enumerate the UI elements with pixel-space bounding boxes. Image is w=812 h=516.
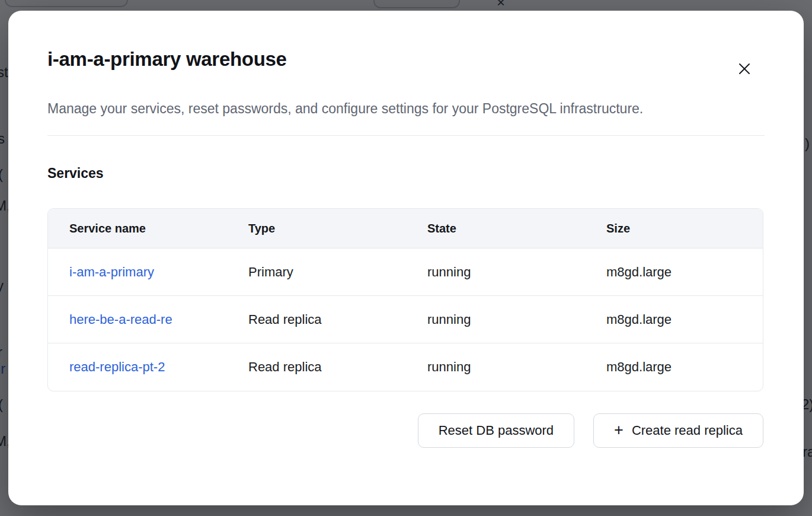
create-read-replica-button[interactable]: + Create read replica [593,413,763,448]
close-icon [737,62,752,76]
column-header-state: State [406,222,585,235]
service-size-cell: m8gd.large [585,312,763,327]
table-row: i-am-a-primary Primary running m8gd.larg… [48,249,763,296]
create-read-replica-label: Create read replica [632,423,743,438]
service-state-cell: running [406,312,585,327]
service-type-cell: Read replica [227,312,406,327]
service-name-cell: i-am-a-primary [48,265,227,280]
column-header-type: Type [227,222,406,235]
service-name-link[interactable]: here-be-a-read-re [69,312,172,327]
close-button[interactable] [731,56,757,82]
divider [47,135,765,136]
warehouse-dialog: i-am-a-primary warehouse Manage your ser… [8,11,804,505]
table-row: read-replica-pt-2 Read replica running m… [48,343,763,391]
reset-db-password-button[interactable]: Reset DB password [418,413,574,448]
column-header-service-name: Service name [48,222,227,235]
services-heading: Services [47,164,765,182]
service-state-cell: running [406,265,585,280]
column-header-size: Size [585,222,763,235]
reset-db-password-label: Reset DB password [439,423,554,438]
table-row: here-be-a-read-re Read replica running m… [48,296,763,343]
service-type-cell: Primary [227,265,406,280]
plus-icon: + [614,422,624,438]
table-header-row: Service name Type State Size [48,209,763,249]
service-type-cell: Read replica [227,359,406,375]
dialog-title: i-am-a-primary warehouse [47,46,765,72]
service-name-link[interactable]: read-replica-pt-2 [69,359,165,374]
dialog-actions: Reset DB password + Create read replica [47,413,763,448]
dialog-description: Manage your services, reset passwords, a… [47,96,723,121]
service-size-cell: m8gd.large [585,359,763,375]
service-name-cell: here-be-a-read-re [48,312,227,327]
service-size-cell: m8gd.large [585,265,763,280]
screen: × st s ( M, y r ir ( M, ) 2) ra i-am-a-p… [0,0,812,516]
service-name-link[interactable]: i-am-a-primary [69,265,154,279]
service-state-cell: running [406,359,585,375]
services-table: Service name Type State Size i-am-a-prim… [47,208,763,391]
service-name-cell: read-replica-pt-2 [48,359,227,375]
